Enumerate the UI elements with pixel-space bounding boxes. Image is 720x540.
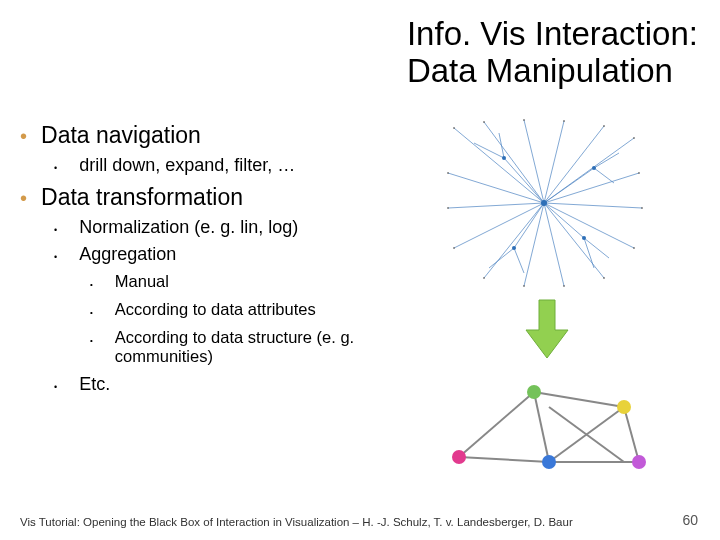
svg-point-29 <box>502 156 506 160</box>
svg-point-33 <box>453 127 455 129</box>
svg-line-2 <box>524 120 544 203</box>
svg-point-32 <box>582 236 586 240</box>
svg-line-50 <box>459 392 534 457</box>
footer-citation: Vis Tutorial: Opening the Black Box of I… <box>20 516 573 528</box>
svg-point-43 <box>563 285 565 287</box>
svg-line-4 <box>544 126 604 203</box>
bullet-text: Etc. <box>79 374 110 395</box>
svg-line-52 <box>459 457 549 462</box>
bullet-icon: • <box>20 188 27 208</box>
aggregated-graph-figure <box>424 362 664 482</box>
svg-line-51 <box>534 392 624 407</box>
title-line-2: Data Manipulation <box>407 53 698 90</box>
page-number: 60 <box>682 512 698 528</box>
svg-line-20 <box>489 248 514 268</box>
svg-marker-49 <box>526 300 568 358</box>
bullet-text: Manual <box>115 272 169 291</box>
bullet-icon: • <box>90 306 93 320</box>
svg-line-24 <box>504 158 544 203</box>
svg-point-62 <box>632 455 646 469</box>
svg-point-58 <box>452 450 466 464</box>
svg-line-56 <box>624 407 639 462</box>
content-area: • Data navigation • drill down, expand, … <box>20 122 450 404</box>
svg-point-44 <box>523 285 525 287</box>
bullet-icon: • <box>54 160 57 176</box>
svg-point-40 <box>641 207 643 209</box>
svg-line-18 <box>594 153 619 168</box>
svg-point-39 <box>638 172 640 174</box>
bullet-text: According to data structure (e. g. commu… <box>115 328 395 366</box>
svg-line-7 <box>544 203 642 208</box>
svg-point-48 <box>447 172 449 174</box>
svg-line-1 <box>484 122 544 203</box>
svg-line-8 <box>544 203 634 248</box>
bullet-text: Data navigation <box>41 122 201 149</box>
bullet-icon: • <box>90 334 93 348</box>
svg-point-37 <box>603 125 605 127</box>
svg-point-28 <box>541 200 547 206</box>
bullet-text: Normalization (e. g. lin, log) <box>79 217 298 238</box>
svg-line-14 <box>448 203 544 208</box>
svg-line-6 <box>544 173 639 203</box>
svg-point-47 <box>447 207 449 209</box>
svg-point-42 <box>603 277 605 279</box>
bullet-text: According to data attributes <box>115 300 316 319</box>
slide-title: Info. Vis Interaction: Data Manipulation <box>407 16 698 90</box>
title-line-1: Info. Vis Interaction: <box>407 16 698 53</box>
bullet-icon: • <box>90 278 93 292</box>
down-arrow-icon <box>522 298 572 360</box>
bullet-icon: • <box>54 222 57 238</box>
svg-line-19 <box>594 168 614 183</box>
svg-point-41 <box>633 247 635 249</box>
bullet-text: Data transformation <box>41 184 243 211</box>
svg-line-15 <box>448 173 544 203</box>
bullet-icon: • <box>54 249 57 265</box>
network-graph-figure <box>444 118 644 288</box>
svg-point-34 <box>483 121 485 123</box>
svg-line-23 <box>584 238 594 268</box>
svg-point-38 <box>633 137 635 139</box>
svg-line-27 <box>544 203 584 238</box>
bullet-icon: • <box>20 126 27 146</box>
svg-line-13 <box>454 203 544 248</box>
svg-point-30 <box>592 166 596 170</box>
svg-point-31 <box>512 246 516 250</box>
svg-line-57 <box>534 392 549 462</box>
svg-line-16 <box>474 143 504 158</box>
svg-line-17 <box>499 133 504 158</box>
svg-point-45 <box>483 277 485 279</box>
svg-point-35 <box>523 119 525 121</box>
svg-line-0 <box>454 128 544 203</box>
svg-line-26 <box>514 203 544 248</box>
svg-point-61 <box>542 455 556 469</box>
svg-point-46 <box>453 247 455 249</box>
bullet-icon: • <box>54 379 57 395</box>
svg-point-36 <box>563 120 565 122</box>
svg-line-21 <box>514 248 524 273</box>
bullet-text: drill down, expand, filter, … <box>79 155 295 176</box>
svg-line-22 <box>584 238 609 258</box>
svg-point-59 <box>527 385 541 399</box>
bullet-text: Aggregation <box>79 244 176 265</box>
svg-point-60 <box>617 400 631 414</box>
